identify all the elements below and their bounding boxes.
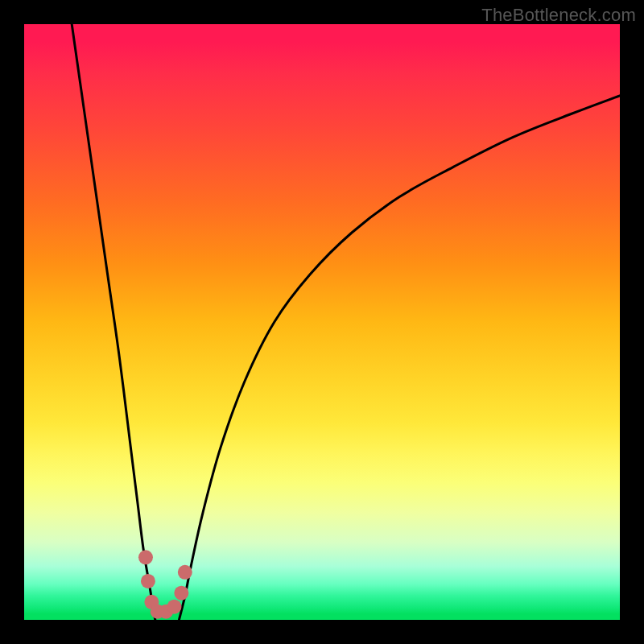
data-marker	[178, 565, 192, 580]
marker-layer	[138, 550, 192, 618]
data-marker	[174, 586, 188, 601]
plot-area	[24, 24, 620, 620]
data-marker	[141, 574, 155, 588]
data-marker	[138, 550, 153, 564]
chart-svg	[24, 24, 620, 620]
curve-layer	[72, 24, 620, 620]
watermark-text: TheBottleneck.com	[481, 5, 636, 26]
curve-right	[179, 96, 620, 620]
data-marker	[167, 600, 181, 614]
chart-frame: TheBottleneck.com	[0, 0, 644, 644]
curve-left	[72, 24, 155, 620]
